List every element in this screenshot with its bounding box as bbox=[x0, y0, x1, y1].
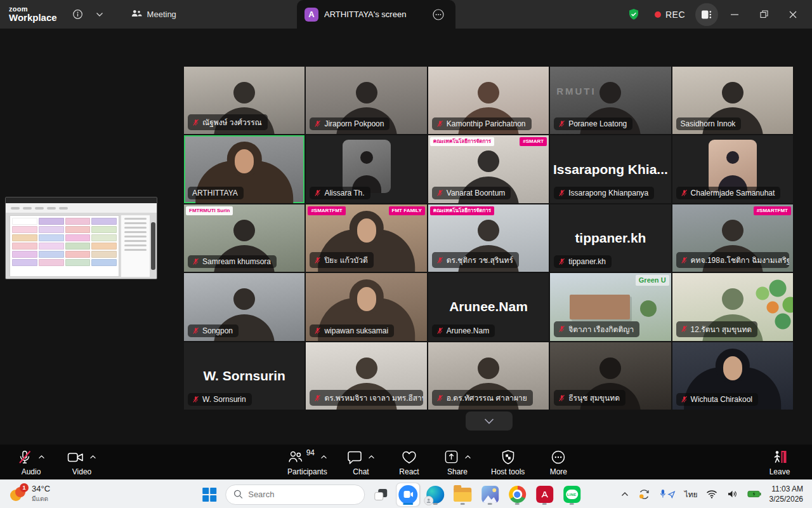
sync-update-icon[interactable] bbox=[637, 488, 652, 501]
chevron-down-icon bbox=[484, 418, 494, 424]
participant-tile[interactable]: FMTRMUTI SurinSamream khumsora bbox=[184, 204, 304, 272]
participants-button[interactable]: 94Participants bbox=[287, 448, 327, 476]
windows-start-button[interactable] bbox=[198, 483, 221, 506]
window-close-button[interactable] bbox=[780, 3, 806, 26]
participant-tile[interactable]: Jiraporn Pokpoon bbox=[306, 67, 426, 134]
share-button[interactable]: Share bbox=[443, 448, 472, 476]
avatar-photo bbox=[343, 140, 391, 193]
tray-chevron-up-icon[interactable] bbox=[620, 490, 630, 498]
photos-icon bbox=[481, 486, 499, 503]
share-options-chevron-icon[interactable] bbox=[464, 455, 471, 459]
participant-tile[interactable]: Chalermjade Samanuhat bbox=[672, 135, 793, 203]
participant-tile[interactable]: RMUTIPoranee Loatong bbox=[550, 67, 671, 134]
keyboard-language[interactable]: ไทย bbox=[684, 488, 698, 500]
task-view-button[interactable] bbox=[369, 483, 392, 506]
participant-name-label: ธีรนุช สุมขุนทด bbox=[554, 390, 625, 406]
mic-muted-icon bbox=[436, 120, 443, 128]
tab-options-ellipsis-icon[interactable] bbox=[428, 4, 449, 25]
background-watermark: RMUTI bbox=[556, 86, 596, 97]
table-cell bbox=[12, 251, 37, 258]
participant-tile[interactable]: Arunee.NamArunee.Nam bbox=[428, 273, 549, 340]
search-input[interactable] bbox=[248, 490, 343, 499]
participant-tile[interactable]: ARTHITTAYA bbox=[184, 135, 304, 203]
taskbar-app-edge[interactable] bbox=[424, 483, 447, 506]
taskbar-app-chrome[interactable] bbox=[506, 483, 528, 506]
taskbar-clock[interactable]: 11:03 AM 3/25/2026 bbox=[769, 484, 803, 504]
shared-screen-thumbnail[interactable] bbox=[5, 197, 157, 279]
wifi-icon[interactable] bbox=[705, 488, 719, 500]
audio-options-chevron-icon[interactable] bbox=[38, 455, 45, 459]
participants-label: Participants bbox=[287, 467, 327, 476]
participant-name-text: ดร.ชุติกร วช.สุรินทร์ bbox=[447, 254, 513, 266]
table-cell bbox=[12, 243, 37, 250]
tree-shape bbox=[640, 300, 657, 317]
participant-tile[interactable]: อ.ดร.ทัศวรรณ ศาลาผาย bbox=[428, 342, 549, 410]
mic-muted-icon bbox=[436, 327, 443, 335]
video-options-chevron-icon[interactable] bbox=[89, 455, 96, 459]
participant-tile[interactable]: W. SornsurinW. Sornsurin bbox=[184, 342, 304, 410]
person-silhouette bbox=[599, 358, 621, 379]
participant-tile[interactable]: Issarapong Khia...Issarapong Khianpanya bbox=[550, 135, 671, 203]
taskbar-app-zoom[interactable] bbox=[396, 483, 419, 506]
overlay-banner: คณะเทคโนโลยีการจัดการ bbox=[430, 206, 494, 215]
participant-tile[interactable]: #SMARTFMTคทจ.198อ.โชติกา ฉิมงามเสริฐ bbox=[672, 204, 793, 272]
table-cell bbox=[65, 243, 91, 250]
leave-button[interactable]: Leave bbox=[764, 448, 796, 476]
table-cell bbox=[91, 218, 117, 225]
participant-tile[interactable]: คณะเทคโนโลยีการจัดการดร.ชุติกร วช.สุรินท… bbox=[428, 204, 549, 272]
participant-tile[interactable]: Sasidhorn Innok bbox=[672, 67, 793, 134]
participant-tile[interactable]: wipawan suksamai bbox=[306, 273, 426, 340]
window-minimize-button[interactable] bbox=[722, 3, 747, 26]
meeting-info-icon[interactable] bbox=[67, 4, 89, 25]
zoom-workplace-logo: zoom Workplace bbox=[0, 6, 67, 23]
participant-tile[interactable]: ณัฐพงษ์ วงศ์วรรณ bbox=[184, 67, 304, 134]
participant-tile[interactable]: tippaner.khtippaner.kh bbox=[550, 204, 671, 272]
participant-tile[interactable]: Alissara Th. bbox=[306, 135, 426, 203]
participant-tile[interactable]: Songpon bbox=[184, 273, 304, 340]
video-button[interactable]: Video bbox=[67, 448, 96, 476]
taskbar-app-file-explorer[interactable] bbox=[451, 483, 474, 506]
chat-button[interactable]: Chat bbox=[346, 448, 376, 476]
mic-muted-icon bbox=[436, 189, 443, 197]
participant-tile[interactable]: Wichuta Chirakool bbox=[672, 342, 793, 410]
taskbar-app-photos[interactable] bbox=[478, 483, 501, 506]
chevron-down-icon[interactable] bbox=[89, 4, 110, 25]
participant-tile[interactable]: คณะเทคโนโลยีการจัดการ#SMARTVanarat Boont… bbox=[428, 135, 549, 203]
overlay-banner: FMT FAMILY bbox=[389, 206, 425, 215]
participant-name-label: Kamonthip Parichatnon bbox=[432, 117, 532, 130]
window-restore-button[interactable] bbox=[751, 3, 776, 26]
audio-button[interactable]: Audio bbox=[16, 448, 46, 476]
participant-tile[interactable]: 12.รัตนา สุมขุนทด bbox=[672, 273, 793, 340]
weather-widget[interactable]: 1 34°C มีแดด bbox=[5, 483, 55, 505]
taskbar-search[interactable] bbox=[225, 485, 365, 505]
participant-tile[interactable]: ธีรนุช สุมขุนทด bbox=[550, 342, 671, 410]
participant-name-text: ธีรนุช สุมขุนทด bbox=[568, 392, 620, 404]
speaker-icon[interactable] bbox=[726, 488, 739, 500]
participant-tile[interactable]: Green Uจิตาภา เรืองกิตติญา bbox=[550, 273, 671, 340]
security-shield-icon[interactable] bbox=[623, 4, 645, 25]
share-label: Share bbox=[447, 467, 468, 476]
mic-muted-icon bbox=[314, 327, 321, 335]
scroll-down-button[interactable] bbox=[466, 411, 513, 431]
person-face bbox=[357, 218, 376, 243]
chat-options-chevron-icon[interactable] bbox=[368, 455, 375, 459]
weather-temp: 34°C bbox=[32, 485, 50, 494]
participant-tile[interactable]: #SMARTFMTFMT FAMILYปิยะ แก้วบัวดี bbox=[306, 204, 426, 272]
taskbar-app-acrobat[interactable] bbox=[533, 483, 556, 506]
tab-arthittaya-screen[interactable]: A ARTHITTAYA's screen bbox=[297, 0, 455, 29]
taskbar-app-line[interactable]: LINE bbox=[560, 483, 583, 506]
gallery-view-icon[interactable] bbox=[695, 3, 718, 26]
participant-name-text: Samream khumsora bbox=[202, 257, 271, 266]
more-button[interactable]: More bbox=[544, 448, 573, 476]
host-button[interactable]: Host tools bbox=[491, 448, 525, 476]
battery-charging-icon[interactable] bbox=[746, 489, 763, 499]
mic-location-indicators[interactable] bbox=[658, 488, 678, 500]
participant-tile[interactable]: Kamonthip Parichatnon bbox=[428, 67, 549, 134]
tab-meeting[interactable]: Meeting bbox=[122, 0, 185, 29]
toolbar-center-group: 94ParticipantsChatReactShareHost toolsMo… bbox=[287, 448, 573, 476]
participant-name-text: Chalermjade Samanuhat bbox=[691, 189, 775, 197]
participant-tile[interactable]: ดร.พรหมจิรา เจาลา มทร.อีสาน ว... bbox=[306, 342, 426, 410]
recording-indicator: REC bbox=[655, 10, 685, 20]
react-button[interactable]: React bbox=[395, 448, 424, 476]
participants-options-chevron-icon[interactable] bbox=[320, 455, 327, 459]
